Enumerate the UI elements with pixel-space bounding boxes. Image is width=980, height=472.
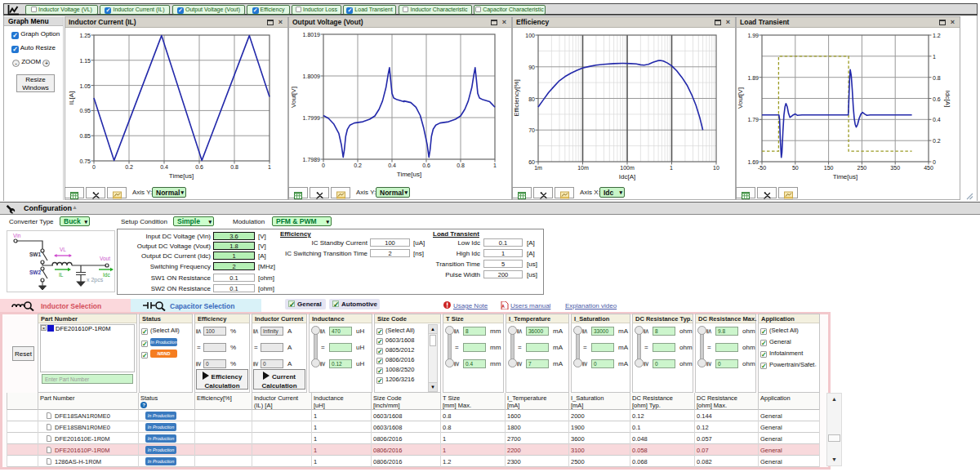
svg-text:Vout[V]: Vout[V]	[290, 87, 297, 108]
svg-text:-50: -50	[758, 165, 766, 171]
svg-text:1m: 1m	[534, 165, 542, 171]
svg-text:1: 1	[493, 163, 497, 168]
svg-text:350: 350	[890, 165, 900, 171]
svg-text:0.95: 0.95	[79, 108, 91, 114]
svg-text:450: 450	[924, 165, 933, 171]
svg-text:0.2: 0.2	[125, 164, 133, 170]
svg-text:0.6: 0.6	[195, 164, 203, 170]
svg-text:0.75: 0.75	[79, 158, 91, 164]
svg-text:Time[us]: Time[us]	[833, 173, 858, 180]
svg-text:0: 0	[92, 164, 96, 170]
svg-text:60: 60	[528, 159, 535, 165]
svg-text:90: 90	[528, 65, 535, 70]
svg-text:1.05: 1.05	[79, 83, 91, 89]
svg-text:70: 70	[528, 127, 535, 133]
svg-text:10m: 10m	[577, 165, 589, 171]
svg-text:0.4: 0.4	[388, 163, 396, 168]
svg-text:1.8009: 1.8009	[303, 73, 321, 79]
svg-text:1.89: 1.89	[747, 75, 759, 81]
svg-text:0.4: 0.4	[933, 117, 941, 122]
svg-text:1.69: 1.69	[747, 159, 759, 165]
svg-text:Time[us]: Time[us]	[169, 172, 194, 180]
svg-text:1.2: 1.2	[933, 33, 941, 38]
svg-text:0: 0	[322, 163, 325, 168]
svg-text:0.8: 0.8	[230, 164, 238, 170]
svg-text:1: 1	[670, 165, 673, 171]
svg-text:Idc[A]: Idc[A]	[619, 173, 635, 180]
svg-text:Time[us]: Time[us]	[397, 171, 421, 178]
svg-text:100: 100	[525, 33, 535, 38]
svg-text:80: 80	[528, 96, 535, 102]
svg-text:10: 10	[713, 165, 719, 171]
svg-text:IL: IL	[59, 272, 64, 278]
svg-text:0: 0	[933, 159, 936, 165]
svg-text:1.79: 1.79	[747, 117, 759, 122]
svg-text:0.2: 0.2	[354, 163, 362, 168]
svg-text:100m: 100m	[620, 165, 635, 171]
svg-text:1.8019: 1.8019	[303, 32, 321, 38]
svg-text:0.2: 0.2	[933, 138, 941, 144]
svg-text:VL: VL	[60, 247, 66, 252]
svg-text:Efficiency[%]: Efficiency[%]	[513, 79, 520, 117]
svg-text:Vin: Vin	[13, 233, 21, 238]
svg-text:0.85: 0.85	[79, 133, 91, 139]
svg-text:0.8: 0.8	[933, 75, 941, 81]
svg-text:0.6: 0.6	[422, 163, 430, 168]
svg-text:1.99: 1.99	[747, 33, 759, 38]
svg-text:SW1: SW1	[29, 252, 41, 257]
svg-text:1.7999: 1.7999	[303, 115, 321, 121]
svg-text:A: A	[501, 304, 505, 309]
svg-text:0.8: 0.8	[457, 163, 465, 168]
svg-text:250: 250	[858, 165, 867, 171]
svg-text:IL[A]: IL[A]	[68, 91, 75, 105]
svg-text:150: 150	[824, 165, 834, 171]
svg-text:SW2: SW2	[29, 269, 41, 275]
svg-text:0.4: 0.4	[160, 164, 168, 170]
svg-text:1: 1	[268, 164, 271, 170]
svg-text:1.15: 1.15	[79, 58, 91, 64]
svg-text:1.7989: 1.7989	[303, 157, 321, 163]
svg-text:0.6: 0.6	[933, 96, 941, 102]
svg-text:50: 50	[792, 165, 799, 171]
svg-text:1.25: 1.25	[79, 33, 91, 38]
svg-text:Vout[V]: Vout[V]	[737, 87, 744, 109]
svg-text:Idc[A]: Idc[A]	[944, 91, 951, 107]
svg-text:1: 1	[933, 54, 936, 60]
